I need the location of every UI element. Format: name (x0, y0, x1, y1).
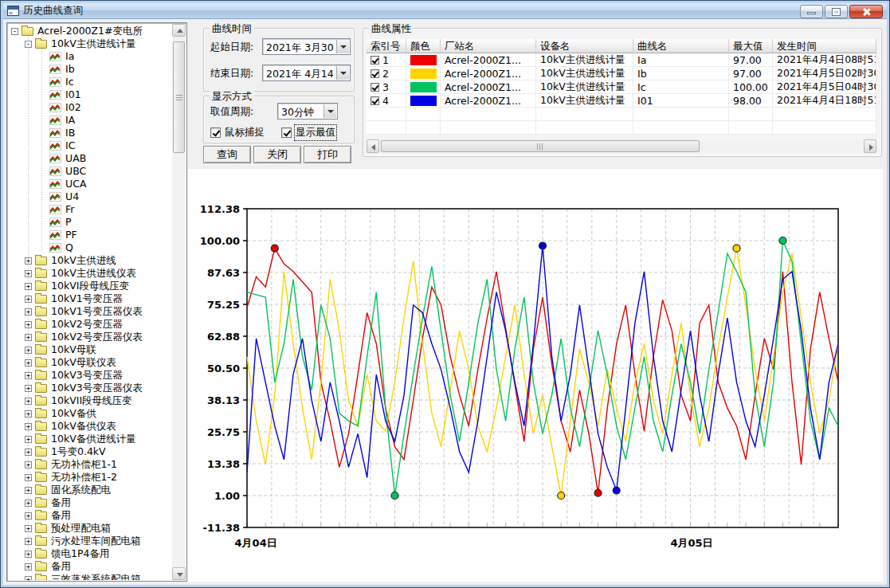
history-curve-chart[interactable]: 112.38100.0087.6375.2562.8850.5038.1325.… (188, 169, 883, 582)
tree-item[interactable]: -10kV主供进线计量 (8, 37, 171, 50)
row-checkbox[interactable] (371, 96, 379, 105)
column-header[interactable]: 颜色 (406, 39, 441, 53)
titlebar[interactable]: 历史曲线查询 (3, 3, 887, 19)
table-scrollbar-thumb[interactable] (381, 140, 700, 152)
scroll-left-button[interactable] (367, 139, 379, 153)
tree-item[interactable]: UAB (8, 152, 171, 165)
expand-icon[interactable]: + (25, 538, 32, 545)
period-combobox[interactable]: 30分钟 (277, 103, 338, 120)
expand-icon[interactable]: + (25, 576, 32, 581)
expand-icon[interactable]: + (25, 321, 32, 328)
expand-icon[interactable]: + (25, 398, 32, 405)
tree-item[interactable]: +10kV备供进线计量 (8, 433, 171, 445)
show-extremes-checkbox[interactable] (281, 127, 292, 138)
close-button[interactable] (849, 5, 883, 18)
tree-item[interactable]: +污水处理车间配电箱 (8, 535, 171, 547)
tree-item[interactable]: +10kV备供 (8, 407, 171, 420)
expand-icon[interactable]: + (25, 372, 32, 379)
tree-item[interactable]: Ib (8, 63, 171, 76)
table-row[interactable] (367, 121, 876, 135)
tree-item[interactable]: I02 (8, 101, 171, 114)
close-dialog-button[interactable]: 关闭 (253, 146, 301, 163)
table-row[interactable] (367, 108, 876, 121)
tree-item[interactable]: +三效蒸发系统配电箱 (8, 573, 171, 580)
expand-icon[interactable]: + (25, 461, 32, 468)
tree-vertical-scrollbar[interactable] (172, 24, 186, 580)
tree-item[interactable]: +备用 (8, 496, 171, 509)
tree-item[interactable]: PF (8, 229, 171, 241)
tree-item[interactable]: +1号变0.4kV (8, 445, 171, 458)
table-row[interactable]: 4Acrel-2000Z1...10kV主供进线计量I0198.002021年4… (367, 94, 876, 108)
tree-item[interactable]: +备用 (8, 509, 171, 522)
row-checkbox[interactable] (371, 56, 379, 65)
tree-item[interactable]: +固化系统配电 (8, 484, 171, 496)
tree-item[interactable]: Ic (8, 76, 171, 88)
expand-icon[interactable]: + (25, 359, 32, 367)
tree-item[interactable]: +10kV2号变压器仪表 (8, 331, 171, 343)
expand-icon[interactable]: + (25, 410, 32, 417)
mouse-capture-checkbox[interactable] (210, 127, 221, 138)
tree-item[interactable]: +预处理配电箱 (8, 522, 171, 535)
tree-item[interactable]: +无功补偿柜1-2 (8, 471, 171, 484)
tree-item[interactable]: Ia (8, 50, 171, 63)
column-header[interactable]: 厂站名 (441, 39, 536, 53)
expand-icon[interactable]: + (25, 551, 32, 558)
tree-item[interactable]: +10kV3号变压器 (8, 369, 171, 382)
start-date-combobox[interactable]: 2021年 3月30 (262, 38, 351, 55)
column-header[interactable]: 设备名 (536, 39, 633, 53)
expand-icon[interactable]: + (25, 347, 32, 354)
scroll-right-button[interactable] (864, 139, 876, 153)
expand-icon[interactable]: + (25, 512, 32, 519)
expand-icon[interactable]: + (25, 334, 32, 341)
expand-icon[interactable]: + (25, 308, 32, 316)
table-row[interactable]: 3Acrel-2000Z1...10kV主供进线计量Ic100.002021年4… (367, 80, 876, 94)
expand-icon[interactable]: + (25, 487, 32, 494)
expand-icon[interactable]: + (25, 436, 32, 443)
end-date-combobox[interactable]: 2021年 4月14 (262, 65, 351, 81)
tree-item[interactable]: IB (8, 127, 171, 139)
collapse-icon[interactable]: - (11, 28, 18, 35)
tree-item[interactable]: +10kV1号变压器 (8, 292, 171, 305)
tree-item[interactable]: Fr (8, 203, 171, 216)
tree-item[interactable]: -Acrel-2000Z1#变电所 (8, 25, 171, 37)
row-checkbox[interactable] (371, 83, 379, 92)
tree-item[interactable]: +馈电1P4备用 (8, 547, 171, 560)
tree-item[interactable]: Q (8, 241, 171, 254)
expand-icon[interactable]: + (25, 500, 32, 507)
tree-item[interactable]: +10kV1号变压器仪表 (8, 305, 171, 318)
tree-item[interactable]: IA (8, 114, 171, 127)
table-row[interactable]: 1Acrel-2000Z1...10kV主供进线计量Ia97.002021年4月… (367, 53, 876, 67)
tree-item[interactable]: +10kVI段母线压变 (8, 280, 171, 292)
tree-item[interactable]: +10kV母联 (8, 343, 171, 356)
expand-icon[interactable]: + (25, 270, 32, 277)
tree-item[interactable]: +备用 (8, 560, 171, 573)
tree-item[interactable]: +10kV主供进线 (8, 254, 171, 267)
expand-icon[interactable]: + (25, 283, 32, 290)
tree-item[interactable]: +10kVII段母线压变 (8, 394, 171, 407)
tree-item[interactable]: P (8, 216, 171, 229)
expand-icon[interactable]: + (25, 449, 32, 456)
column-header[interactable]: 发生时间 (773, 39, 876, 53)
column-header[interactable]: 曲线名 (633, 39, 729, 53)
tree-item[interactable]: +10kV备供仪表 (8, 420, 171, 433)
tree-item[interactable]: I01 (8, 88, 171, 101)
column-header[interactable]: 最大值 (729, 39, 773, 53)
tree-item[interactable]: UCA (8, 178, 171, 190)
start-date-dropdown-button[interactable] (336, 40, 349, 53)
collapse-icon[interactable]: - (25, 41, 32, 48)
tree-item[interactable]: +无功补偿柜1-1 (8, 458, 171, 471)
table-horizontal-scrollbar[interactable] (367, 139, 876, 153)
end-date-dropdown-button[interactable] (336, 66, 349, 80)
tree-item[interactable]: +10kV3号变压器仪表 (8, 382, 171, 394)
column-header[interactable]: 索引号 (367, 39, 406, 53)
query-button[interactable]: 查询 (203, 146, 251, 163)
expand-icon[interactable]: + (25, 474, 32, 481)
restore-button[interactable] (825, 5, 848, 18)
tree-item[interactable]: U4 (8, 190, 171, 203)
expand-icon[interactable]: + (25, 423, 32, 430)
scroll-down-button[interactable] (172, 567, 186, 580)
expand-icon[interactable]: + (25, 525, 32, 532)
expand-icon[interactable]: + (25, 563, 32, 570)
expand-icon[interactable]: + (25, 385, 32, 392)
period-dropdown-button[interactable] (323, 104, 336, 118)
